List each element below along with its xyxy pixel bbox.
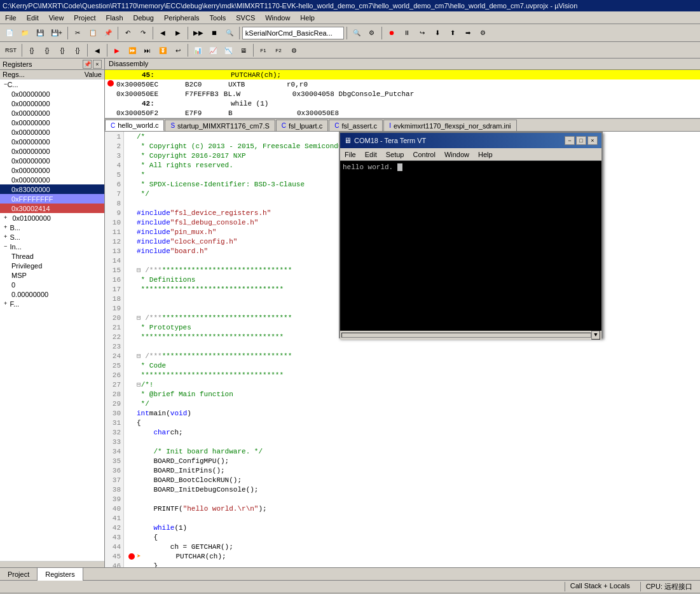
menu-flash[interactable]: Flash	[104, 13, 126, 22]
pause-btn[interactable]: ⏸	[400, 26, 414, 40]
tera-close-btn[interactable]: ×	[587, 136, 598, 145]
t2-run1[interactable]: ▶	[110, 43, 124, 57]
t2-view3[interactable]: 📉	[221, 43, 235, 57]
step-out-btn[interactable]: ⬆	[446, 26, 460, 40]
tera-minimize-btn[interactable]: −	[565, 136, 575, 145]
t2-view4[interactable]: 🖥	[237, 43, 250, 57]
tera-scroll-down-btn[interactable]: ▼	[591, 331, 600, 340]
rst-btn[interactable]: RST	[3, 43, 19, 57]
debug-btn[interactable]: 🔍	[223, 26, 237, 40]
menu-tools[interactable]: Tools	[207, 13, 229, 22]
bottom-tab-registers[interactable]: Registers	[38, 568, 83, 581]
reg-item-ff[interactable]: 0xFFFFFFFF	[0, 194, 104, 204]
t2-btn4[interactable]: {}	[71, 43, 85, 57]
reg-item-7[interactable]: 0x00000000	[0, 156, 104, 165]
t2-run4[interactable]: ⏬	[156, 43, 170, 57]
t2-view1[interactable]: 📊	[191, 43, 205, 57]
tera-menu-setup[interactable]: Setup	[384, 150, 406, 159]
tera-menu-control[interactable]: Control	[411, 150, 437, 159]
menu-help[interactable]: Help	[298, 13, 317, 22]
t2-func2[interactable]: F2	[271, 43, 285, 57]
find-btn[interactable]: 🔍	[350, 26, 364, 40]
reg-item-0[interactable]: 0x00000000	[0, 89, 104, 99]
menu-file[interactable]: File	[3, 13, 19, 22]
tab-startup[interactable]: S startup_MIMXRT1176_cm7.S	[165, 120, 275, 131]
build-btn[interactable]: ▶▶	[191, 26, 206, 40]
window-controls: − □ ×	[565, 136, 598, 145]
t2-run2[interactable]: ⏩	[125, 43, 139, 57]
registers-pin-btn[interactable]: 📌	[83, 60, 92, 69]
t2-btn5[interactable]: ◀	[90, 43, 104, 57]
reg-item-6[interactable]: 0x00000000	[0, 146, 104, 156]
reg-item-c[interactable]: − C...	[0, 79, 104, 89]
reg-item-3[interactable]: 0x00000000	[0, 118, 104, 127]
tab-lpuart[interactable]: C fsl_lpuart.c	[276, 120, 328, 131]
stop-debug-btn[interactable]: ⏺	[385, 26, 399, 40]
tab-assert[interactable]: C fsl_assert.c	[329, 120, 383, 131]
config-btn[interactable]: ⚙	[476, 26, 490, 40]
new-btn[interactable]: 📄	[3, 26, 17, 40]
reg-item-in[interactable]: − In...	[0, 242, 104, 251]
t2-view2[interactable]: 📈	[206, 43, 220, 57]
back-btn[interactable]: ◀	[156, 26, 170, 40]
t2-func1[interactable]: F1	[256, 43, 270, 57]
registers-close-btn[interactable]: ×	[93, 60, 102, 69]
tab-flexspi[interactable]: I evkmimxrt1170_flexspi_nor_sdram.ini	[383, 120, 516, 131]
copy-btn[interactable]: 📋	[86, 26, 100, 40]
tab-hello-world-c[interactable]: C hello_world.c	[105, 120, 164, 131]
reg-item-9[interactable]: 0x00000000	[0, 175, 104, 184]
open-btn[interactable]: 📁	[18, 26, 32, 40]
reg-item-priv[interactable]: Privileged	[0, 261, 104, 270]
settings-btn[interactable]: ⚙	[365, 26, 379, 40]
step-btn[interactable]: ⬇	[430, 26, 444, 40]
paste-btn[interactable]: 📌	[101, 26, 115, 40]
reg-item-30[interactable]: 0x30002414	[0, 204, 104, 213]
reg-item-msp[interactable]: MSP	[0, 270, 104, 280]
t2-btn3[interactable]: {}	[55, 43, 69, 57]
reg-item-s[interactable]: + S...	[0, 232, 104, 242]
tera-menu-edit[interactable]: Edit	[363, 150, 379, 159]
reg-item-8[interactable]: 0x00000000	[0, 165, 104, 175]
menu-peripherals[interactable]: Peripherals	[161, 13, 202, 22]
t2-run3[interactable]: ⏭	[141, 43, 154, 57]
reg-item-f[interactable]: + F...	[0, 299, 104, 308]
t2-run5[interactable]: ↩	[171, 43, 185, 57]
t2-btn1[interactable]: {}	[25, 43, 39, 57]
reg-item-float[interactable]: 0.00000000	[0, 289, 104, 299]
reg-item-5[interactable]: 0x00000000	[0, 137, 104, 146]
tera-menu-help[interactable]: Help	[476, 150, 495, 159]
cut-btn[interactable]: ✂	[71, 26, 85, 40]
reg-item-thread[interactable]: Thread	[0, 251, 104, 261]
tera-maximize-btn[interactable]: □	[576, 136, 586, 145]
menu-debug[interactable]: Debug	[131, 13, 156, 22]
tera-scrollbar[interactable]: ▼	[340, 331, 601, 340]
t2-more[interactable]: ⚙	[287, 43, 301, 57]
tera-menu-file[interactable]: File	[343, 150, 358, 159]
tera-menu-window[interactable]: Window	[443, 150, 471, 159]
reg-item-b[interactable]: + B...	[0, 223, 104, 232]
reg-item-83[interactable]: 0x83000000	[0, 184, 104, 194]
stop-btn[interactable]: ⏹	[207, 26, 221, 40]
menu-view[interactable]: View	[46, 13, 67, 22]
step-over-btn[interactable]: ↪	[415, 26, 429, 40]
menu-window[interactable]: Window	[263, 13, 292, 22]
save-btn[interactable]: 💾	[33, 26, 47, 40]
tera-scroll-thumb[interactable]	[341, 333, 591, 338]
undo-btn[interactable]: ↶	[121, 26, 135, 40]
run-cursor-btn[interactable]: ➡	[461, 26, 475, 40]
fwd-btn[interactable]: ▶	[171, 26, 185, 40]
reg-item-1[interactable]: 0x00000000	[0, 99, 104, 108]
reg-item-01[interactable]: +0x01000000	[0, 213, 104, 223]
save-all-btn[interactable]: 💾+	[48, 26, 65, 40]
menu-edit[interactable]: Edit	[24, 13, 41, 22]
bottom-tab-project[interactable]: Project	[0, 568, 38, 581]
registers-scrollbar[interactable]	[0, 561, 104, 567]
search-input[interactable]	[242, 27, 344, 39]
reg-item-2[interactable]: 0x00000000	[0, 108, 104, 118]
redo-btn[interactable]: ↷	[136, 26, 150, 40]
menu-svcs[interactable]: SVCS	[233, 13, 257, 22]
t2-btn2[interactable]: {}	[40, 43, 54, 57]
reg-item-zero[interactable]: 0	[0, 280, 104, 289]
menu-project[interactable]: Project	[71, 13, 98, 22]
reg-item-4[interactable]: 0x00000000	[0, 127, 104, 137]
